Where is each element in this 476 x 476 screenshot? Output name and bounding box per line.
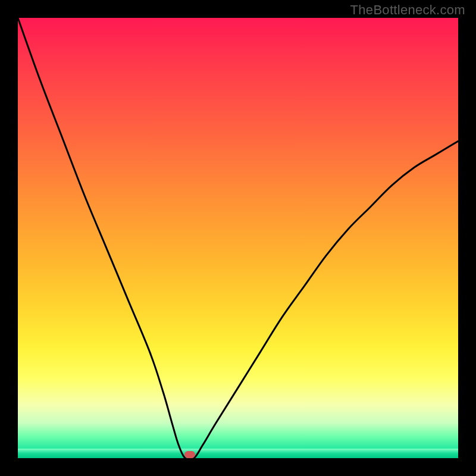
plot-area xyxy=(18,18,458,458)
curve-svg xyxy=(18,18,458,458)
chart-frame: TheBottleneck.com xyxy=(0,0,476,476)
bottleneck-curve xyxy=(18,18,458,458)
optimal-marker-icon xyxy=(184,451,195,458)
watermark-text: TheBottleneck.com xyxy=(350,2,465,18)
